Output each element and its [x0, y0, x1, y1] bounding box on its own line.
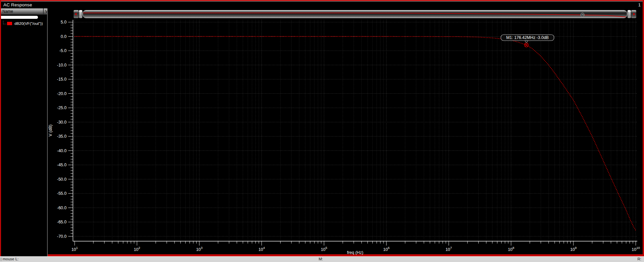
legend-panel-header[interactable]: Name V [1, 8, 47, 15]
svg-text:104: 104 [258, 246, 265, 252]
left-arrow-icon [75, 13, 77, 15]
titlebar[interactable]: AC Response 1 [1, 1, 643, 8]
svg-text:101: 101 [71, 246, 78, 252]
svg-text:-50.0: -50.0 [57, 177, 67, 182]
svg-text:5.0: 5.0 [61, 20, 67, 25]
window-content: Name V dB20(VF("/out")) 5.00.0-5.0-10.0-… [1, 8, 643, 257]
svg-text:-55.0: -55.0 [57, 191, 67, 196]
svg-text:-40.0: -40.0 [57, 148, 67, 153]
svg-text:0.0: 0.0 [61, 34, 67, 39]
svg-text:-65.0: -65.0 [57, 220, 67, 224]
svg-text:-45.0: -45.0 [57, 163, 67, 167]
svg-text:103: 103 [196, 246, 202, 252]
svg-text:-20.0: -20.0 [57, 91, 67, 96]
svg-text:102: 102 [134, 246, 140, 252]
plot-area[interactable]: 5.00.0-5.0-10.0-15.0-20.0-25.0-30.0-35.0… [48, 8, 643, 257]
axes [73, 20, 637, 241]
svg-text:-25.0: -25.0 [57, 105, 67, 110]
svg-text:-30.0: -30.0 [57, 120, 67, 125]
status-mouse-middle: M: [319, 257, 323, 261]
trace-db20-out [75, 37, 636, 231]
svg-text:-15.0: -15.0 [57, 77, 67, 82]
window-title: AC Response [3, 2, 32, 7]
legend-panel: Name V dB20(VF("/out")) [1, 8, 47, 257]
legend-item-trace[interactable]: dB20(VF("/out")) [1, 21, 47, 26]
svg-text:-10.0: -10.0 [57, 63, 67, 68]
trace-color-swatch[interactable] [7, 22, 12, 25]
svg-text:-70.0: -70.0 [57, 234, 67, 239]
svg-text:-5.0: -5.0 [59, 48, 67, 53]
grid-major-h [73, 22, 637, 236]
grid-major-v [75, 20, 636, 241]
tree-branch-icon [3, 21, 6, 24]
svg-text:1010: 1010 [632, 246, 640, 252]
plot-canvas[interactable]: 5.00.0-5.0-10.0-15.0-20.0-25.0-30.0-35.0… [48, 8, 643, 257]
slider-right-button[interactable] [631, 10, 636, 18]
slider-left-button[interactable] [74, 10, 79, 18]
statusbar-grip-icon [0, 258, 2, 261]
svg-text:M1: 176.42MHz -3.0dB: M1: 176.42MHz -3.0dB [506, 35, 549, 40]
grip-lines-icon [80, 12, 82, 16]
right-arrow-icon [633, 13, 635, 15]
slider-track[interactable]: m [83, 10, 627, 18]
marker-label: M1: 176.42MHz -3.0dB [501, 35, 554, 43]
overview-slider[interactable]: m [74, 10, 636, 18]
statusbar: mouse L: M: R: [0, 256, 644, 262]
status-mouse-right: R: [638, 257, 642, 261]
page-indicator: 1 [638, 2, 641, 7]
name-column-header[interactable]: Name [1, 9, 43, 14]
legend-hscrollbar[interactable] [1, 16, 47, 19]
svg-text:106: 106 [383, 246, 390, 252]
vis-column-header[interactable]: V [44, 9, 47, 14]
slider-mini-trace [83, 10, 627, 18]
svg-text:109: 109 [570, 246, 576, 252]
legend-hscrollbar-thumb[interactable] [1, 16, 38, 19]
svg-text:105: 105 [321, 246, 327, 252]
y-tick-labels: 5.00.0-5.0-10.0-15.0-20.0-25.0-30.0-35.0… [57, 20, 67, 239]
status-mouse-left: mouse L: [3, 257, 18, 261]
x-ticks [75, 241, 636, 246]
slider-left-grip[interactable] [79, 10, 82, 18]
grip-lines-icon [628, 12, 630, 16]
svg-text:-60.0: -60.0 [57, 206, 67, 210]
slider-right-grip[interactable] [628, 10, 631, 18]
svg-text:-35.0: -35.0 [57, 134, 67, 139]
svg-text:108: 108 [508, 246, 514, 252]
x-axis-title: freq (Hz) [347, 250, 363, 255]
y-axis-title: V (dB) [48, 125, 53, 136]
y-ticks [68, 22, 73, 236]
marker-m1 [524, 43, 528, 47]
grid-minor [93, 20, 633, 241]
trace-label[interactable]: dB20(VF("/out")) [14, 21, 43, 26]
svg-text:107: 107 [445, 246, 452, 252]
ac-response-window: AC Response 1 Name V dB20(VF("/out")) 5.… [0, 0, 644, 257]
